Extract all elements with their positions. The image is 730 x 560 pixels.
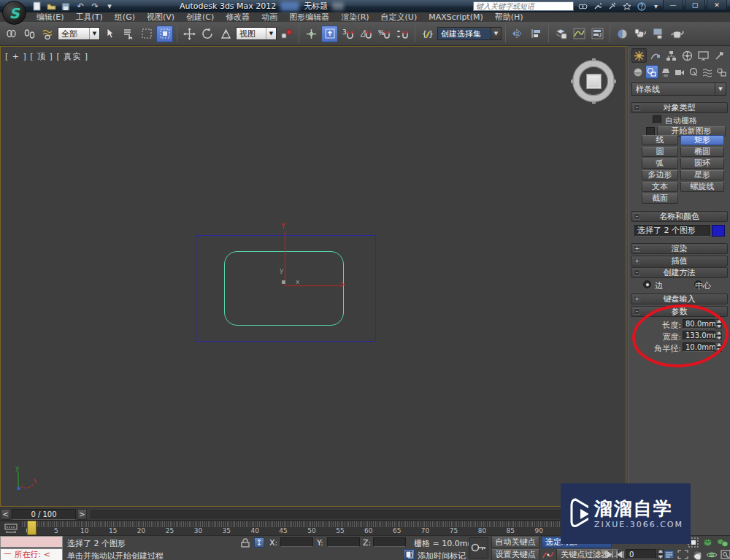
search-binoculars-icon[interactable] [577,1,588,11]
corner-radius-spinner[interactable] [715,342,722,352]
menu-tools[interactable]: 工具(T) [70,12,109,22]
collapse-icon[interactable]: - [634,308,640,315]
rollout-rendering[interactable]: + 渲染 [631,243,728,254]
viewport-top[interactable]: [ + ] [ 顶 ] [ 真实 ] Y y x > y [0,46,626,507]
angle-snap-toggle-icon[interactable] [358,26,374,42]
snap-toggle-3d-icon[interactable]: 3 [339,26,356,42]
z-coordinate-field[interactable] [373,537,406,547]
material-editor-icon[interactable] [614,26,631,42]
rectangular-selection-region-icon[interactable] [138,26,155,42]
subtab-geometry-icon[interactable] [631,65,645,79]
length-field[interactable]: 80.0mm [683,319,715,329]
expand-icon[interactable]: + [634,258,640,264]
viewport-menu-view[interactable]: [ 顶 ] [30,52,53,61]
tab-display-icon[interactable] [696,48,711,63]
select-object-icon[interactable] [101,26,118,42]
window-crossing-toggle-icon[interactable] [156,26,173,42]
autogrid-checkbox[interactable] [653,115,661,124]
gizmo-y-axis[interactable] [285,231,285,286]
save-icon[interactable] [60,1,72,12]
width-field[interactable]: 133.0mm [683,331,715,340]
set-key-button[interactable]: 设置关键点 [491,549,539,560]
object-type-circle-button[interactable]: 圆 [642,147,678,157]
menu-maxscript[interactable]: MAXScript(M) [423,12,489,22]
maxscript-mini-listener-white[interactable]: 一 所在行: < [0,548,63,560]
length-spinner[interactable] [715,319,722,329]
rollout-creation-method[interactable]: - 创建方法 [631,267,728,278]
menu-group[interactable]: 组(G) [109,12,141,22]
rollout-keyboard-entry[interactable]: + 键盘输入 [631,294,728,304]
rollout-parameters[interactable]: - 参数 [631,306,728,317]
open-file-icon[interactable] [45,1,57,12]
tab-hierarchy-icon[interactable] [664,48,679,63]
time-slider-ruler[interactable]: 051015202530354045505560657075808590 [0,520,628,535]
viewcube[interactable] [573,61,614,101]
object-type-line-button[interactable]: 线 [642,135,678,145]
y-coordinate-field[interactable] [327,537,360,547]
close-button[interactable]: ✕ [707,0,727,10]
tab-utilities-icon[interactable] [712,48,727,63]
absolute-mode-toggle-icon[interactable] [254,537,264,548]
subscription-wrench-icon[interactable] [592,1,603,11]
maximize-button[interactable]: ▢ [685,0,705,10]
selection-filter-dropdown[interactable]: 全部▼ [58,27,100,40]
keyboard-shortcut-override-icon[interactable] [321,26,338,42]
rollout-name-color[interactable]: - 名称和颜色 [631,211,728,222]
subtab-helpers-icon[interactable] [687,65,700,79]
rounded-rectangle-shape[interactable] [224,251,344,326]
zoom-region-mode-icon[interactable] [663,549,675,560]
collapse-icon[interactable]: - [634,213,640,220]
subtab-systems-icon[interactable] [715,65,728,79]
object-type-ellipse-button[interactable]: 椭圆 [680,147,724,157]
menu-customize[interactable]: 自定义(U) [375,12,423,22]
toolbar-options-icon[interactable]: ▾ [104,1,115,12]
undo-icon[interactable]: ↶ [74,1,86,12]
spinner-snap-toggle-icon[interactable] [394,26,411,42]
select-and-rotate-icon[interactable] [199,26,216,42]
object-type-helix-button[interactable]: 螺旋线 [680,182,724,192]
subtab-shapes-icon[interactable] [645,65,658,79]
object-type-ngon-button[interactable]: 多边形 [642,170,678,180]
x-coordinate-field[interactable] [280,537,313,547]
minimize-button[interactable]: — [663,0,683,10]
subtab-lights-icon[interactable] [659,65,672,79]
time-slider-handle[interactable] [27,521,36,535]
unlink-selection-icon[interactable] [21,26,38,42]
object-type-text-button[interactable]: 文本 [642,182,678,192]
object-color-swatch[interactable] [712,225,725,237]
time-tag-icon[interactable] [404,549,415,560]
subtab-cameras-icon[interactable] [673,65,686,79]
next-key-button[interactable]: > [77,509,87,520]
object-name-field[interactable]: 选择了 2 个图形 [634,225,710,237]
creation-edge-radio[interactable] [643,280,651,288]
rendered-frame-window-icon[interactable] [650,26,667,42]
set-keys-button[interactable] [469,537,488,559]
current-frame-field[interactable]: 0 [626,549,656,559]
zoom-extents-icon[interactable] [702,537,714,548]
viewport-menu-shading[interactable]: [ 真实 ] [56,52,88,61]
render-setup-icon[interactable] [632,26,649,42]
new-file-icon[interactable] [31,1,42,12]
object-type-rectangle-button[interactable]: 矩形 [680,135,724,145]
new-key-curve-icon[interactable] [542,549,554,560]
expand-icon[interactable]: + [634,245,640,252]
previous-key-button[interactable]: < [1,509,10,520]
edit-named-selection-sets-icon[interactable]: {} [419,26,436,42]
help-dropdown-icon[interactable]: ▾ [650,1,661,11]
expand-icon[interactable]: + [634,296,640,302]
object-type-arc-button[interactable]: 弧 [642,158,678,169]
zoom-extents-all-icon[interactable] [716,537,729,548]
mini-curve-editor-button[interactable] [1,522,20,534]
shape-category-dropdown[interactable]: 样条线 ▼ [631,83,726,96]
collapse-icon[interactable]: - [634,104,640,111]
menu-edit[interactable]: 编辑(E) [31,12,70,22]
menu-animation[interactable]: 动画 [256,12,283,22]
menu-help[interactable]: 帮助(H) [489,12,529,22]
menu-create[interactable]: 创建(C) [180,12,220,22]
field-of-view-icon[interactable] [677,549,689,560]
rollout-interpolation[interactable]: + 插值 [631,256,728,266]
select-by-name-icon[interactable] [120,26,137,42]
auto-key-button[interactable]: 自动关键点 [491,537,539,548]
curve-editor-icon[interactable] [571,26,588,42]
bind-to-space-warp-icon[interactable] [39,26,56,42]
